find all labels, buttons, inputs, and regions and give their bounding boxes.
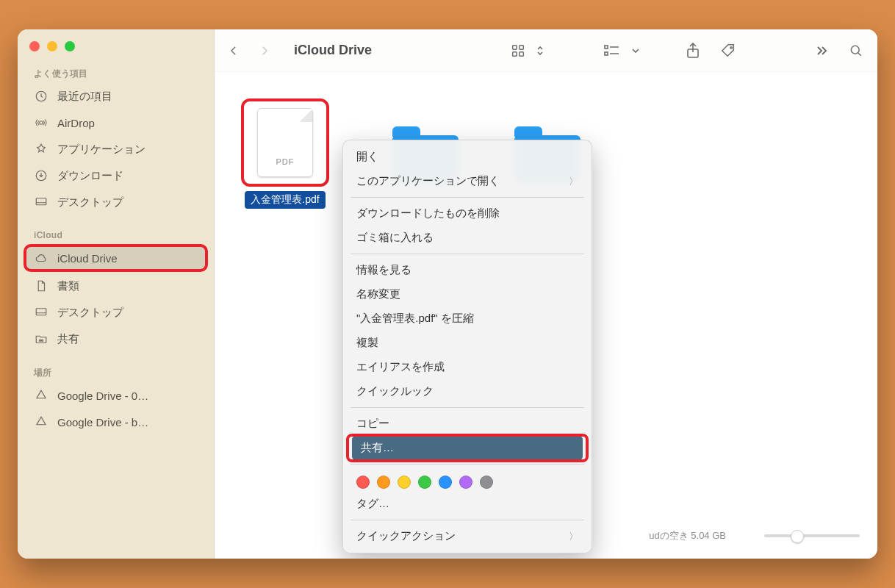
ctx-tags[interactable]: タグ… <box>343 492 592 516</box>
sidebar-item-desktop[interactable]: デスクトップ <box>24 190 208 215</box>
svg-point-14 <box>730 46 732 48</box>
location-title: iCloud Drive <box>294 43 372 58</box>
drive-icon <box>34 388 48 403</box>
drive-icon <box>34 415 48 429</box>
finder-window: よく使う項目 最近の項目 AirDrop アプリケーション ダウンロード <box>18 29 877 559</box>
svg-rect-10 <box>520 51 524 56</box>
sidebar-item-label: 共有 <box>57 332 79 346</box>
clock-icon <box>34 89 48 104</box>
sidebar-item-icloud-desktop[interactable]: デスクトップ <box>24 300 208 325</box>
tag-orange[interactable] <box>377 476 390 489</box>
ctx-copy[interactable]: コピー <box>343 412 592 436</box>
search-button[interactable] <box>845 40 867 61</box>
downloads-icon <box>34 168 48 183</box>
sidebar-item-label: デスクトップ <box>57 306 123 320</box>
sidebar-item-label: 最近の項目 <box>57 90 112 104</box>
ctx-quick-actions[interactable]: クイックアクション〉 <box>343 524 592 548</box>
cloud-icon <box>34 251 48 265</box>
document-icon <box>34 279 48 293</box>
sidebar-item-gdrive-0[interactable]: Google Drive - 0… <box>24 383 208 408</box>
view-options-updown-icon[interactable] <box>535 40 545 61</box>
sidebar-item-documents[interactable]: 書類 <box>24 273 208 298</box>
sidebar-item-downloads[interactable]: ダウンロード <box>24 163 208 188</box>
svg-rect-8 <box>520 45 524 49</box>
group-by-button[interactable] <box>601 40 623 61</box>
sidebar-item-label: iCloud Drive <box>57 252 118 265</box>
airdrop-icon <box>34 115 48 130</box>
status-bar: udの空き 5.04 GB <box>649 529 860 542</box>
ctx-make-alias[interactable]: エイリアスを作成 <box>343 355 592 379</box>
ctx-open[interactable]: 開く <box>343 145 592 169</box>
sidebar-item-gdrive-b[interactable]: Google Drive - b… <box>24 409 208 434</box>
window-traffic-lights <box>18 37 214 62</box>
sidebar-item-recents[interactable]: 最近の項目 <box>24 84 208 109</box>
tag-blue[interactable] <box>439 476 452 489</box>
chevron-right-icon: 〉 <box>569 175 578 188</box>
file-name-label[interactable]: 入金管理表.pdf <box>245 191 325 209</box>
view-icon-grid-button[interactable] <box>507 40 529 61</box>
sidebar-section-locations-title: 場所 <box>18 361 214 382</box>
ctx-move-to-trash[interactable]: ゴミ箱に入れる <box>343 226 592 250</box>
more-button[interactable] <box>810 40 832 61</box>
sidebar-item-label: アプリケーション <box>57 143 145 157</box>
zoom-window-button[interactable] <box>65 41 75 51</box>
sidebar-section-favorites-title: よく使う項目 <box>18 62 214 83</box>
svg-rect-3 <box>36 198 46 205</box>
sidebar: よく使う項目 最近の項目 AirDrop アプリケーション ダウンロード <box>18 29 215 559</box>
annotation-highlight-file: PDF <box>241 98 329 187</box>
tag-green[interactable] <box>418 476 431 489</box>
free-space-label: udの空き 5.04 GB <box>649 529 726 542</box>
context-menu: 開く このアプリケーションで開く〉 ダウンロードしたものを削除 ゴミ箱に入れる … <box>342 140 592 553</box>
sidebar-item-airdrop[interactable]: AirDrop <box>24 110 208 135</box>
svg-point-15 <box>851 46 859 54</box>
tag-yellow[interactable] <box>398 476 411 489</box>
forward-button[interactable] <box>256 42 273 60</box>
icon-size-slider[interactable] <box>764 534 860 537</box>
sidebar-item-icloud-drive[interactable]: iCloud Drive <box>24 244 208 272</box>
ctx-remove-download[interactable]: ダウンロードしたものを削除 <box>343 201 592 226</box>
sidebar-item-label: AirDrop <box>57 117 95 129</box>
sidebar-item-label: 書類 <box>57 279 79 293</box>
pdf-badge: PDF <box>258 157 312 166</box>
tag-red[interactable] <box>356 476 370 489</box>
applications-icon <box>34 142 48 157</box>
sidebar-item-label: Google Drive - 0… <box>57 390 148 402</box>
sidebar-item-label: デスクトップ <box>57 196 123 209</box>
ctx-quicklook[interactable]: クイックルック <box>343 379 592 404</box>
sidebar-item-label: ダウンロード <box>57 169 123 183</box>
ctx-rename[interactable]: 名称変更 <box>343 282 592 306</box>
toolbar: iCloud Drive <box>215 29 877 72</box>
ctx-duplicate[interactable]: 複製 <box>343 331 592 355</box>
back-button[interactable] <box>225 42 242 60</box>
svg-point-1 <box>40 121 43 125</box>
sidebar-item-shared[interactable]: 共有 <box>24 326 208 351</box>
shared-folder-icon <box>34 331 48 346</box>
close-window-button[interactable] <box>29 41 40 51</box>
ctx-tag-colors <box>343 468 592 492</box>
desktop-icon <box>34 195 48 209</box>
ctx-get-info[interactable]: 情報を見る <box>343 258 592 282</box>
chevron-down-icon[interactable] <box>630 40 641 61</box>
svg-rect-7 <box>513 45 517 49</box>
tags-button[interactable] <box>717 40 739 61</box>
sidebar-section-icloud-title: iCloud <box>18 224 214 243</box>
tag-purple[interactable] <box>459 476 472 489</box>
sidebar-item-applications[interactable]: アプリケーション <box>24 137 208 162</box>
pdf-file-icon: PDF <box>257 108 313 177</box>
share-button[interactable] <box>682 40 704 61</box>
svg-rect-4 <box>36 309 46 315</box>
ctx-open-with[interactable]: このアプリケーションで開く〉 <box>343 169 592 193</box>
ctx-share[interactable]: 共有… <box>352 436 583 460</box>
minimize-window-button[interactable] <box>47 41 57 51</box>
chevron-right-icon: 〉 <box>569 530 578 543</box>
svg-rect-11 <box>605 46 608 49</box>
svg-point-6 <box>41 340 43 341</box>
file-item-selected[interactable]: PDF 入金管理表.pdf <box>234 98 337 209</box>
tag-gray[interactable] <box>480 476 493 489</box>
ctx-compress[interactable]: "入金管理表.pdf" を圧縮 <box>343 306 592 331</box>
sidebar-item-label: Google Drive - b… <box>57 416 148 429</box>
svg-rect-9 <box>513 51 517 56</box>
desktop-icon <box>34 305 48 320</box>
svg-point-5 <box>39 340 40 341</box>
svg-rect-12 <box>605 52 608 55</box>
